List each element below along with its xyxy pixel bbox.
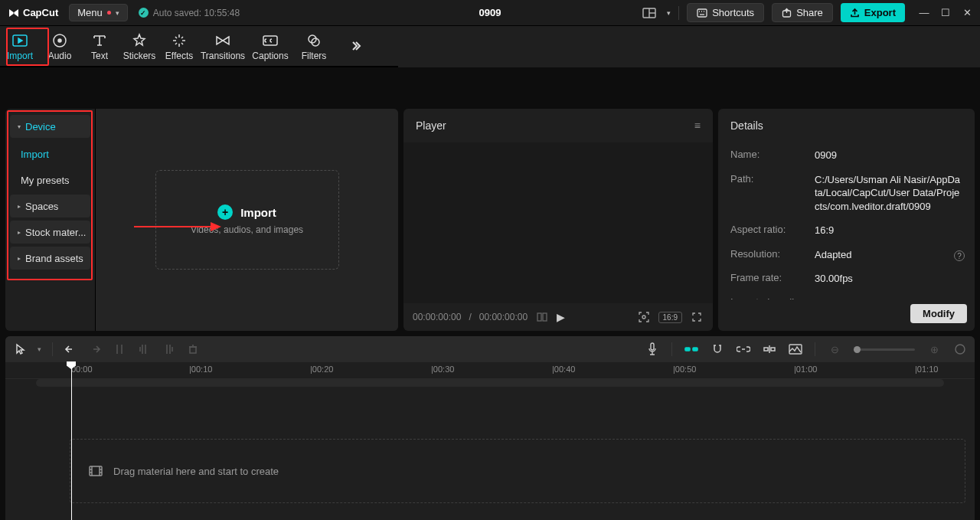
chevron-down-icon[interactable]: ▾ (667, 9, 671, 17)
detail-key: Name: (730, 149, 807, 162)
playhead[interactable] (71, 362, 72, 520)
tab-text[interactable]: Text (80, 26, 119, 66)
link-icon[interactable] (737, 342, 750, 356)
export-label: Export (864, 7, 896, 18)
ruler-tick: |00:20 (310, 365, 333, 374)
ribbon-tabs: Import Audio Text Stickers Effects (0, 26, 398, 67)
zoom-fit-icon[interactable] (953, 342, 967, 356)
trim-right-icon[interactable] (162, 342, 175, 356)
detail-value: 16:9 (815, 224, 834, 237)
compare-icon[interactable] (535, 310, 549, 324)
sidebar-item-brand-assets[interactable]: ▸ Brand assets (10, 247, 90, 270)
zoom-slider[interactable] (854, 348, 915, 351)
delete-icon[interactable] (186, 342, 200, 356)
import-dropzone[interactable]: + Import Videos, audios, and images (155, 170, 339, 270)
window-controls: — ☐ ✕ (919, 7, 972, 18)
share-label: Share (796, 7, 823, 18)
timeline-toolbar: ▾ (5, 336, 975, 362)
timeline-ruler[interactable]: 00:00 |00:10 |00:20 |00:30 |00:40 |00:50… (5, 362, 975, 379)
timeline-drop-hint: Drag material here and start to create (113, 466, 279, 477)
media-sidebar: ▾ Device Import My presets ▸ Spaces ▸ St… (5, 109, 95, 331)
undo-icon[interactable] (64, 342, 77, 356)
titlebar: CapCut Menu ▾ ✓ Auto saved: 10:55:48 090… (0, 0, 980, 26)
tab-label: Filters (302, 51, 327, 61)
pointer-tool-icon[interactable] (13, 342, 27, 356)
export-button[interactable]: Export (841, 3, 905, 22)
ratio-chip[interactable]: 16:9 (658, 312, 682, 323)
tab-more-cut (334, 26, 345, 66)
tab-label: Captions (252, 51, 288, 61)
scan-icon[interactable] (637, 310, 651, 324)
tab-audio[interactable]: Audio (40, 26, 80, 66)
filters-icon (305, 32, 322, 49)
detail-row-resolution: Resolution: Adapted (730, 248, 962, 262)
player-menu-icon[interactable]: ≡ (694, 119, 701, 132)
modify-label: Modify (923, 308, 955, 319)
detail-value: Adapted (815, 248, 851, 262)
tab-filters[interactable]: Filters (294, 26, 334, 66)
separator (815, 342, 815, 356)
close-button[interactable]: ✕ (962, 7, 972, 18)
tab-import[interactable]: Import (0, 26, 40, 66)
zoom-in-icon[interactable]: ⊕ (927, 342, 941, 356)
help-icon[interactable]: ? (954, 250, 965, 261)
timeline-drop-track[interactable]: Drag material here and start to create (70, 439, 965, 503)
share-button[interactable]: Share (772, 3, 833, 22)
cover-icon[interactable] (789, 342, 802, 356)
sidebar-item-label: Brand assets (25, 253, 83, 264)
fullscreen-icon[interactable] (690, 310, 704, 324)
tab-captions[interactable]: Captions (247, 26, 294, 66)
timeline-scrollbar[interactable] (36, 379, 944, 387)
transitions-icon (214, 32, 231, 49)
ruler-tick: |00:50 (673, 365, 696, 374)
tab-stickers[interactable]: Stickers (119, 26, 159, 66)
autosave-text: Auto saved: 10:55:48 (153, 8, 240, 18)
chevron-down-icon[interactable]: ▾ (38, 345, 41, 353)
player-time-current: 00:00:00:00 (413, 312, 461, 322)
separator (52, 342, 53, 356)
sidebar-item-device[interactable]: ▾ Device (10, 115, 90, 138)
keyboard-icon (697, 8, 707, 18)
separator (678, 6, 679, 20)
tab-label: Effects (165, 51, 193, 61)
layout-icon[interactable] (639, 5, 659, 21)
sidebar-item-spaces[interactable]: ▸ Spaces (10, 195, 90, 217)
ribbon-scroll-right[interactable] (345, 26, 368, 66)
redo-icon[interactable] (88, 342, 102, 356)
sidebar-item-my-presets[interactable]: My presets (10, 168, 90, 191)
menu-button[interactable]: Menu ▾ (69, 4, 128, 21)
effects-icon (171, 32, 188, 49)
sidebar-item-label: Stock mater... (25, 227, 86, 238)
brand: CapCut (8, 7, 58, 19)
modify-button[interactable]: Modify (910, 304, 967, 323)
details-header: Details (718, 109, 975, 142)
chevron-down-icon: ▾ (18, 123, 21, 130)
trim-left-icon[interactable] (137, 342, 151, 356)
svg-marker-10 (18, 38, 22, 43)
tab-transitions[interactable]: Transitions (199, 26, 247, 66)
play-button[interactable]: ▶ (557, 311, 565, 323)
player-canvas[interactable] (403, 142, 713, 303)
mic-icon[interactable] (645, 342, 659, 356)
timeline-area: 00:00 |00:10 |00:20 |00:30 |00:40 |00:50… (5, 362, 975, 520)
shortcuts-button[interactable]: Shortcuts (687, 3, 764, 22)
tab-label: Stickers (123, 51, 156, 61)
details-panel: Details Name: 0909 Path: C:/Users/Usman … (718, 109, 975, 331)
magnet-icon[interactable] (710, 342, 724, 356)
detail-value: 30.00fps (815, 272, 853, 286)
timeline-panel: ▾ (5, 336, 975, 520)
ruler-tick: |00:30 (431, 365, 454, 374)
sidebar-item-stock-materials[interactable]: ▸ Stock mater... (10, 221, 90, 244)
split-icon[interactable] (113, 342, 126, 356)
sidebar-item-label: Spaces (25, 201, 58, 212)
tab-effects[interactable]: Effects (159, 26, 199, 66)
sidebar-item-import[interactable]: Import (10, 142, 90, 165)
magnet-main-icon[interactable] (684, 342, 698, 356)
minimize-button[interactable]: — (919, 7, 929, 18)
zoom-out-icon[interactable]: ⊖ (828, 342, 841, 356)
menu-label: Menu (77, 7, 103, 18)
maximize-button[interactable]: ☐ (940, 7, 951, 18)
chevron-right-icon: ▸ (18, 203, 21, 210)
chevrons-right-icon (350, 40, 362, 52)
preview-snap-icon[interactable] (763, 342, 776, 356)
